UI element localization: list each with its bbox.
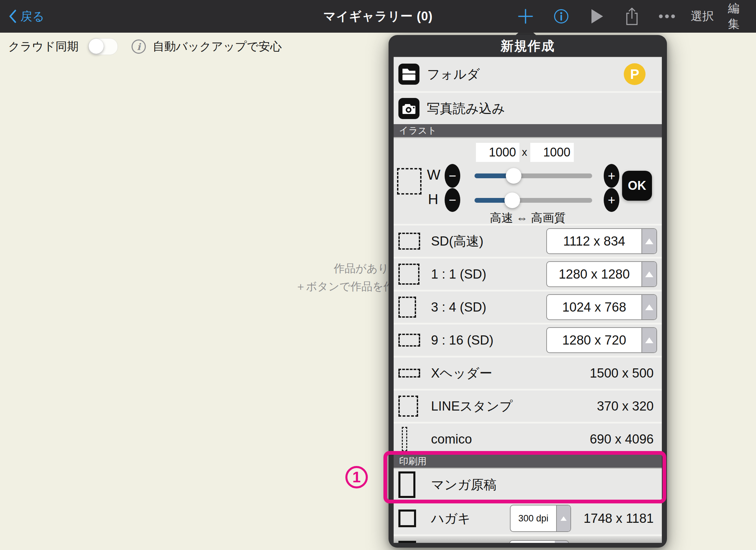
cloud-sync-bar: クラウド同期 i 自動バックアップで安心 <box>0 33 282 61</box>
share-icon <box>624 7 639 26</box>
menu-item-photo-import[interactable]: 写真読み込み <box>394 91 662 124</box>
width-slider[interactable] <box>475 173 592 178</box>
play-icon <box>591 9 603 24</box>
width-decrease-button[interactable]: − <box>445 164 460 188</box>
height-input[interactable]: 1000 <box>530 143 574 162</box>
preset-row-9-16-sd[interactable]: 9 : 16 (SD) 1280 x 720 <box>394 323 662 356</box>
cloud-sync-hint: 自動バックアップで安心 <box>153 39 282 54</box>
size-value-box[interactable]: 1280 x 720 <box>546 327 657 353</box>
play-button[interactable] <box>591 0 603 33</box>
annotation-number: 1 <box>353 469 361 486</box>
size-value-box[interactable]: 1280 x 1280 <box>546 261 657 287</box>
width-increase-button[interactable]: + <box>604 164 619 188</box>
size-editor: 1000 x 1000 W H − + − + OK 高速 ⇔ 高画質 <box>394 138 662 224</box>
height-slider-thumb[interactable] <box>504 193 520 208</box>
dpi-value-box <box>509 540 569 543</box>
stepper-up-button[interactable] <box>641 229 656 253</box>
preset-row-partial[interactable] <box>394 534 662 543</box>
preset-row-sd-fast[interactable]: SD(高速) 1112 x 834 <box>394 224 662 257</box>
aspect-ratio-icon <box>398 369 420 378</box>
preset-row-comico[interactable]: comico 690 x 4096 <box>394 422 662 455</box>
aspect-ratio-icon <box>398 334 420 347</box>
stepper-up-button[interactable] <box>641 295 656 319</box>
popup-title: 新規作成 <box>394 35 662 57</box>
size-value: 1748 x 1181 <box>584 511 654 526</box>
size-value: 690 x 4096 <box>590 432 654 447</box>
stepper-up-button[interactable] <box>641 328 656 352</box>
cloud-sync-label: クラウド同期 <box>8 39 79 54</box>
aspect-ratio-icon <box>398 264 419 285</box>
plus-icon <box>517 8 534 24</box>
photo-import-label: 写真読み込み <box>427 100 505 117</box>
info-button[interactable] <box>553 0 569 33</box>
ok-button[interactable]: OK <box>622 171 652 201</box>
preset-row-1-1-sd[interactable]: 1 : 1 (SD) 1280 x 1280 <box>394 257 662 290</box>
height-increase-button[interactable]: + <box>604 188 619 212</box>
premium-badge: P <box>624 63 646 85</box>
stepper-up-button[interactable] <box>556 505 570 531</box>
edit-button[interactable]: 編集 <box>728 0 747 33</box>
aspect-ratio-icon <box>398 396 418 417</box>
share-button[interactable] <box>624 0 639 33</box>
width-slider-thumb[interactable] <box>506 168 521 184</box>
width-axis-label: W <box>427 167 441 183</box>
stepper-up-button[interactable] <box>641 262 656 286</box>
dpi-value-box[interactable]: 300 dpi <box>510 505 571 532</box>
add-button[interactable] <box>517 0 534 33</box>
top-bar: 戻る マイギャラリー (0) 選択 編集 <box>0 0 756 33</box>
annotation-circle-1: 1 <box>345 466 368 488</box>
triangle-up-icon <box>645 271 653 277</box>
triangle-up-icon <box>645 337 653 343</box>
height-slider[interactable] <box>475 198 592 203</box>
preset-row-3-4-sd[interactable]: 3 : 4 (SD) 1024 x 768 <box>394 290 662 323</box>
aspect-ratio-icon <box>402 427 407 451</box>
info-icon <box>553 9 569 24</box>
folder-label: フォルダ <box>427 66 480 83</box>
page-title: マイギャラリー (0) <box>0 0 756 33</box>
speed-quality-hint: 高速 ⇔ 高画質 <box>394 210 662 226</box>
size-value: 1500 x 500 <box>590 366 654 381</box>
height-axis-label: H <box>428 191 438 207</box>
triangle-up-icon <box>645 238 653 244</box>
triangle-up-icon <box>561 516 567 521</box>
aspect-ratio-icon <box>398 233 420 250</box>
aspect-ratio-icon <box>398 297 416 318</box>
height-decrease-button[interactable]: − <box>445 188 460 212</box>
section-header-illustration: イラスト <box>394 124 662 138</box>
backup-info-icon[interactable]: i <box>132 39 146 54</box>
size-x-separator: x <box>519 146 530 159</box>
highlight-box <box>383 451 666 503</box>
width-input[interactable]: 1000 <box>476 143 519 162</box>
preset-row-x-header[interactable]: Xヘッダー 1500 x 500 <box>394 356 662 389</box>
folder-icon <box>398 64 419 85</box>
canvas-aspect-icon <box>397 168 422 195</box>
menu-item-folder[interactable]: フォルダ P <box>394 57 662 91</box>
triangle-up-icon <box>645 304 653 310</box>
toggle-knob <box>89 39 104 54</box>
select-button[interactable]: 選択 <box>691 0 714 33</box>
preset-row-hagaki[interactable]: ハガキ 300 dpi 1748 x 1181 <box>394 501 662 534</box>
page-icon <box>398 541 416 543</box>
ellipsis-icon <box>658 14 676 19</box>
more-button[interactable] <box>658 0 676 33</box>
preset-row-line-stamp[interactable]: LINEスタンプ 370 x 320 <box>394 389 662 422</box>
size-value: 370 x 320 <box>597 399 654 414</box>
cloud-sync-toggle[interactable] <box>88 38 118 55</box>
size-value-box[interactable]: 1024 x 768 <box>546 294 657 320</box>
postcard-icon <box>398 510 416 527</box>
camera-icon <box>398 98 419 119</box>
size-value-box[interactable]: 1112 x 834 <box>546 228 657 254</box>
